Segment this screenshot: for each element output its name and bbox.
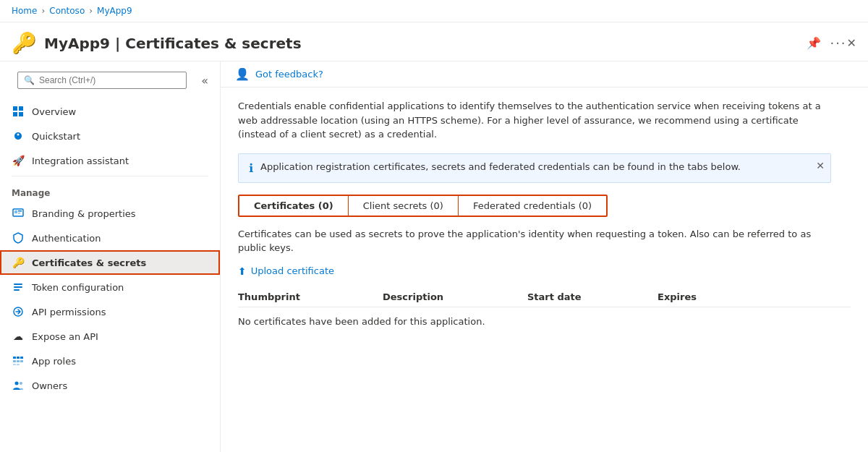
sidebar-item-authentication-label: Authentication [32,233,101,244]
sidebar-item-certs-label: Certificates & secrets [32,257,146,268]
sidebar-item-certs[interactable]: 🔑 Certificates & secrets [0,250,220,275]
sidebar-item-owners[interactable]: Owners [0,373,220,398]
sidebar-item-branding-label: Branding & properties [32,208,136,219]
expose-icon: ☁️ [12,330,25,343]
svg-rect-15 [20,357,23,359]
col-thumbprint: Thumbprint [238,291,383,302]
more-icon[interactable]: ··· [830,35,846,51]
feedback-text[interactable]: Got feedback? [255,69,323,80]
sidebar-item-token[interactable]: Token configuration [0,275,220,299]
pin-icon[interactable]: 📌 [807,36,821,50]
top-bar: Home › Contoso › MyApp9 [0,0,868,22]
upload-label: Upload certificate [251,265,334,276]
cert-table-empty: No certificates have been added for this… [238,310,851,333]
svg-rect-6 [14,210,17,213]
branding-icon [12,207,25,220]
main-layout: 🔍 « Overview Quickstart 🚀 Integration as… [0,61,868,452]
section-name: Certificates & secrets [125,35,301,52]
svg-rect-16 [13,360,16,362]
col-start-date: Start date [527,291,658,302]
svg-rect-14 [17,357,20,359]
app-icon: 🔑 [12,31,37,55]
tab-certificates[interactable]: Certificates (0) [239,196,349,216]
svg-rect-18 [20,360,23,362]
svg-rect-20 [17,364,20,365]
main-content: 👤 Got feedback? Credentials enable confi… [221,61,868,452]
upload-icon: ⬆ [238,265,247,277]
sidebar-item-integration-label: Integration assistant [32,155,129,166]
tab-federated[interactable]: Federated credentials (0) [459,196,606,216]
sidebar-item-expose[interactable]: ☁️ Expose an API [0,324,220,349]
sidebar-item-owners-label: Owners [32,380,67,391]
search-box[interactable]: 🔍 [17,72,187,89]
breadcrumb-contoso[interactable]: Contoso [49,6,85,16]
overview-icon [12,105,25,118]
info-icon: ℹ️ [249,161,253,175]
sidebar-item-api-label: API permissions [32,307,106,317]
svg-point-22 [20,382,22,385]
svg-rect-0 [13,106,17,111]
upload-certificate-button[interactable]: ⬆ Upload certificate [238,265,851,277]
sidebar-item-approles-label: App roles [32,356,76,367]
sidebar-item-approles[interactable]: App roles [0,349,220,373]
svg-point-21 [15,382,19,385]
sidebar-item-quickstart[interactable]: Quickstart [0,124,220,148]
sidebar-item-quickstart-label: Quickstart [32,131,80,142]
svg-rect-3 [19,112,23,116]
tab-client-secrets[interactable]: Client secrets (0) [349,196,459,216]
sidebar-item-expose-label: Expose an API [32,331,98,342]
sidebar: 🔍 « Overview Quickstart 🚀 Integration as… [0,61,221,452]
svg-point-4 [17,134,20,136]
credentials-description: Credentials enable confidential applicat… [238,99,831,142]
svg-rect-1 [19,106,23,111]
svg-rect-9 [14,283,22,285]
svg-rect-13 [13,357,16,359]
page-title: MyApp9 | Certificates & secrets [44,35,798,52]
info-banner: ℹ️ Application registration certificates… [238,153,831,183]
tabs-container: Certificates (0) Client secrets (0) Fede… [238,195,608,217]
breadcrumb-sep-1: › [41,6,45,16]
certs-icon: 🔑 [12,256,25,269]
app-name: MyApp9 [44,35,110,52]
svg-rect-10 [14,286,22,288]
info-banner-text: Application registration certificates, s… [260,161,820,172]
page-header: 🔑 MyApp9 | Certificates & secrets 📌 ··· … [0,22,868,61]
svg-rect-7 [18,210,22,212]
svg-rect-17 [17,360,20,362]
sidebar-item-overview-label: Overview [32,106,76,117]
sidebar-item-overview[interactable]: Overview [0,99,220,124]
svg-rect-8 [18,213,20,214]
auth-icon [12,231,25,244]
breadcrumb-myapp9[interactable]: MyApp9 [97,6,132,16]
sidebar-item-api[interactable]: API permissions [0,299,220,324]
svg-rect-19 [13,364,16,365]
sidebar-item-integration[interactable]: 🚀 Integration assistant [0,148,220,173]
quickstart-icon [12,129,25,142]
integration-icon: 🚀 [12,154,25,167]
feedback-icon: 👤 [235,67,250,81]
header-actions: 📌 ··· [807,35,846,51]
collapse-sidebar-button[interactable]: « [198,74,211,88]
api-icon [12,305,25,318]
search-icon: 🔍 [24,75,35,85]
breadcrumb-home[interactable]: Home [12,6,37,16]
approles-icon [12,354,25,367]
svg-rect-2 [13,112,17,116]
dismiss-banner-button[interactable]: ✕ [816,160,825,171]
sidebar-item-authentication[interactable]: Authentication [0,226,220,250]
search-input[interactable] [39,75,180,85]
manage-section-label: Manage [0,179,220,201]
feedback-bar[interactable]: 👤 Got feedback? [221,61,868,88]
title-separator: | [115,35,125,52]
col-expires: Expires [658,291,788,302]
sidebar-item-branding[interactable]: Branding & properties [0,201,220,226]
breadcrumb-sep-2: › [89,6,93,16]
content-body: Credentials enable confidential applicat… [221,88,868,344]
token-icon [12,281,25,294]
close-button[interactable]: ✕ [847,36,856,50]
owners-icon [12,379,25,392]
breadcrumb: Home › Contoso › MyApp9 [12,6,132,16]
svg-rect-11 [14,289,20,291]
cert-table-header: Thumbprint Description Start date Expire… [238,287,851,307]
sidebar-item-token-label: Token configuration [32,282,124,293]
